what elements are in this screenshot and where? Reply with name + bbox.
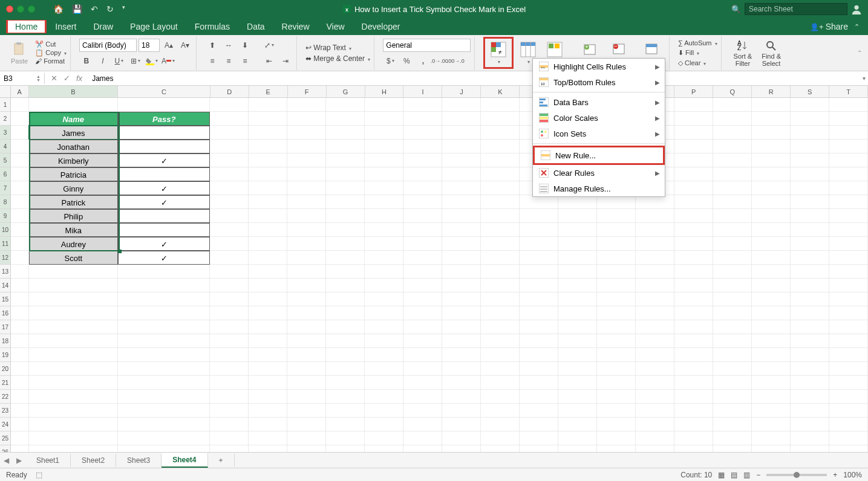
cell-J19[interactable] bbox=[442, 348, 481, 362]
cell-F15[interactable] bbox=[287, 292, 326, 306]
col-header-P[interactable]: P bbox=[674, 86, 713, 97]
cell-E5[interactable] bbox=[249, 153, 287, 167]
cell-Q13[interactable] bbox=[713, 265, 752, 279]
cell-H9[interactable] bbox=[365, 209, 403, 223]
cell-S12[interactable] bbox=[791, 251, 829, 265]
cell-H4[interactable] bbox=[365, 140, 403, 153]
cell-H18[interactable] bbox=[365, 334, 403, 348]
cell-N16[interactable] bbox=[597, 306, 636, 320]
cell-T15[interactable] bbox=[829, 292, 868, 306]
cell-S18[interactable] bbox=[791, 334, 829, 348]
cell-J17[interactable] bbox=[442, 320, 481, 334]
cell-M12[interactable] bbox=[558, 251, 597, 265]
cell-E7[interactable] bbox=[249, 181, 287, 195]
cell-B12[interactable]: Scott bbox=[29, 251, 118, 265]
cut-button[interactable]: ✂️ Cut bbox=[35, 40, 67, 48]
macro-record-icon[interactable]: ⬚ bbox=[36, 471, 42, 479]
cell-M13[interactable] bbox=[558, 265, 597, 279]
cancel-formula-icon[interactable]: ✕ bbox=[51, 74, 57, 83]
cell-J14[interactable] bbox=[442, 279, 481, 292]
sheet-tab-2[interactable]: Sheet2 bbox=[71, 454, 116, 467]
cell-Q17[interactable] bbox=[713, 320, 752, 334]
cell-E3[interactable] bbox=[249, 126, 287, 140]
cell-A11[interactable] bbox=[11, 237, 29, 251]
cell-J20[interactable] bbox=[442, 362, 481, 376]
cell-P9[interactable] bbox=[674, 209, 713, 223]
cell-L14[interactable] bbox=[520, 279, 558, 292]
cell-L22[interactable] bbox=[520, 390, 558, 404]
cell-Q23[interactable] bbox=[713, 404, 752, 418]
increase-font-icon[interactable]: A▴ bbox=[162, 39, 176, 52]
cell-D15[interactable] bbox=[210, 292, 249, 306]
cell-L13[interactable] bbox=[520, 265, 558, 279]
cell-I16[interactable] bbox=[403, 306, 442, 320]
borders-button[interactable]: ⊞▾ bbox=[128, 54, 143, 68]
cell-R20[interactable] bbox=[752, 362, 791, 376]
cell-I23[interactable] bbox=[403, 404, 442, 418]
menu-highlight-cells-rules[interactable]: <> Highlight Cells Rules▶ bbox=[533, 59, 665, 74]
cell-N17[interactable] bbox=[597, 320, 636, 334]
cell-K6[interactable] bbox=[481, 167, 520, 181]
align-center-icon[interactable]: ≡ bbox=[221, 54, 236, 68]
cell-L24[interactable] bbox=[520, 418, 558, 431]
cell-G15[interactable] bbox=[326, 292, 365, 306]
cell-G6[interactable] bbox=[326, 167, 365, 181]
cell-M23[interactable] bbox=[558, 404, 597, 418]
col-header-I[interactable]: I bbox=[403, 86, 442, 97]
cell-N14[interactable] bbox=[597, 279, 636, 292]
align-middle-icon[interactable]: ↔ bbox=[221, 39, 236, 52]
cell-T20[interactable] bbox=[829, 362, 868, 376]
cell-P20[interactable] bbox=[674, 362, 713, 376]
autosum-button[interactable]: ∑ AutoSum ▾ bbox=[678, 39, 717, 47]
cell-D10[interactable] bbox=[210, 223, 249, 237]
col-header-G[interactable]: G bbox=[327, 86, 365, 97]
cell-D5[interactable] bbox=[210, 153, 249, 167]
cell-P17[interactable] bbox=[674, 320, 713, 334]
cell-I9[interactable] bbox=[403, 209, 442, 223]
cell-A9[interactable] bbox=[11, 209, 29, 223]
fill-button[interactable]: ⬇ Fill ▾ bbox=[678, 49, 717, 57]
cell-H14[interactable] bbox=[365, 279, 403, 292]
col-header-B[interactable]: B bbox=[29, 86, 119, 97]
cell-E10[interactable] bbox=[249, 223, 287, 237]
cell-G21[interactable] bbox=[326, 376, 365, 390]
cell-R25[interactable] bbox=[752, 431, 791, 445]
cell-L9[interactable] bbox=[520, 209, 558, 223]
cell-N25[interactable] bbox=[597, 431, 636, 445]
cell-B23[interactable] bbox=[29, 404, 118, 418]
cell-L11[interactable] bbox=[520, 237, 558, 251]
cell-M19[interactable] bbox=[558, 348, 597, 362]
cell-J7[interactable] bbox=[442, 181, 481, 195]
cell-D23[interactable] bbox=[210, 404, 249, 418]
cell-A22[interactable] bbox=[11, 390, 29, 404]
cell-Q9[interactable] bbox=[713, 209, 752, 223]
cell-G19[interactable] bbox=[326, 348, 365, 362]
row-header-14[interactable]: 14 bbox=[0, 279, 11, 292]
cell-G11[interactable] bbox=[326, 237, 365, 251]
qat-customize-icon[interactable]: ▾ bbox=[122, 4, 125, 14]
cell-F24[interactable] bbox=[287, 418, 326, 431]
cell-M14[interactable] bbox=[558, 279, 597, 292]
cell-J15[interactable] bbox=[442, 292, 481, 306]
cell-K10[interactable] bbox=[481, 223, 520, 237]
cell-I1[interactable] bbox=[403, 98, 442, 112]
cell-E2[interactable] bbox=[249, 112, 287, 126]
cell-F12[interactable] bbox=[287, 251, 326, 265]
col-header-D[interactable]: D bbox=[210, 86, 249, 97]
menu-clear-rules[interactable]: Clear Rules▶ bbox=[533, 165, 665, 181]
cell-T24[interactable] bbox=[829, 418, 868, 431]
cell-D21[interactable] bbox=[210, 376, 249, 390]
cell-N11[interactable] bbox=[597, 237, 636, 251]
cell-P8[interactable] bbox=[674, 195, 713, 209]
col-header-J[interactable]: J bbox=[442, 86, 481, 97]
menu-icon-sets[interactable]: Icon Sets▶ bbox=[533, 126, 665, 141]
cell-B16[interactable] bbox=[29, 306, 118, 320]
cell-Q3[interactable] bbox=[713, 126, 752, 140]
cell-G3[interactable] bbox=[326, 126, 365, 140]
cell-P2[interactable] bbox=[674, 112, 713, 126]
cell-C10[interactable] bbox=[118, 223, 210, 237]
cell-G13[interactable] bbox=[326, 265, 365, 279]
row-header-21[interactable]: 21 bbox=[0, 376, 11, 390]
cell-G18[interactable] bbox=[326, 334, 365, 348]
cell-P15[interactable] bbox=[674, 292, 713, 306]
